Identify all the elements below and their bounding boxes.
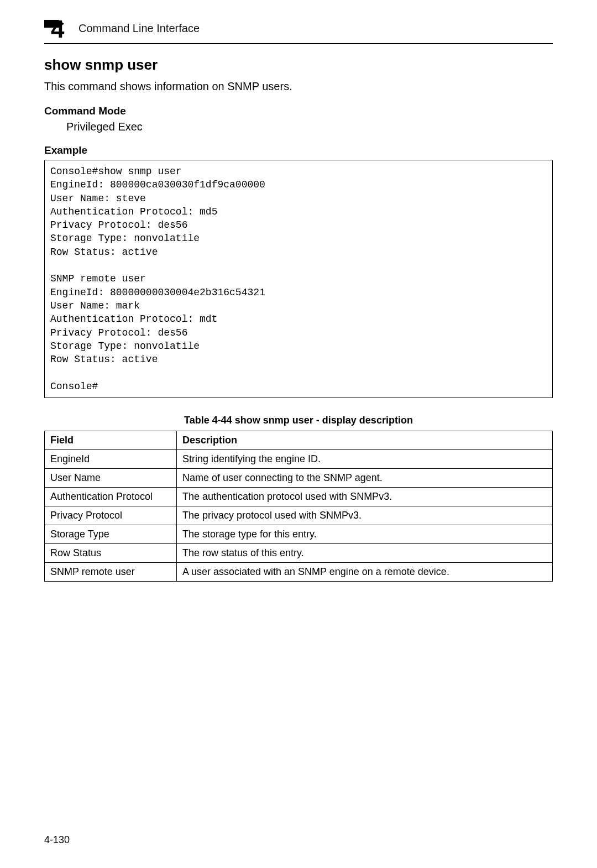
- display-description-table: Field Description EngineId String identi…: [44, 431, 553, 582]
- table-row: Authentication Protocol The authenticati…: [45, 488, 553, 506]
- table-header-row: Field Description: [45, 431, 553, 450]
- table-cell-field: Authentication Protocol: [45, 488, 177, 506]
- table-cell-description: String identifying the engine ID.: [176, 450, 552, 469]
- example-label: Example: [44, 144, 553, 156]
- table-header-description: Description: [176, 431, 552, 450]
- table-cell-description: The authentication protocol used with SN…: [176, 488, 552, 506]
- page-number: 4-130: [44, 834, 70, 846]
- table-cell-description: A user associated with an SNMP engine on…: [176, 563, 552, 582]
- command-mode-label: Command Mode: [44, 105, 553, 117]
- table-row: SNMP remote user A user associated with …: [45, 563, 553, 582]
- table-cell-field: Storage Type: [45, 525, 177, 544]
- header-rule: [44, 43, 553, 44]
- section-heading: show snmp user: [44, 56, 553, 74]
- table-cell-description: The storage type for this entry.: [176, 525, 552, 544]
- table-row: Privacy Protocol The privacy protocol us…: [45, 506, 553, 525]
- table-cell-field: Row Status: [45, 544, 177, 563]
- table-cell-description: The row status of this entry.: [176, 544, 552, 563]
- table-header-field: Field: [45, 431, 177, 450]
- table-cell-field: SNMP remote user: [45, 563, 177, 582]
- page-header-title: Command Line Interface: [78, 22, 200, 35]
- chapter-number: 4: [51, 15, 64, 43]
- table-row: User Name Name of user connecting to the…: [45, 469, 553, 488]
- table-row: EngineId String identifying the engine I…: [45, 450, 553, 469]
- table-row: Storage Type The storage type for this e…: [45, 525, 553, 544]
- page-header: 4 Command Line Interface: [33, 17, 564, 40]
- table-cell-description: Name of user connecting to the SNMP agen…: [176, 469, 552, 488]
- section-intro: This command shows information on SNMP u…: [44, 80, 553, 93]
- table-cell-field: User Name: [45, 469, 177, 488]
- table-cell-description: The privacy protocol used with SNMPv3.: [176, 506, 552, 525]
- chapter-number-icon: 4: [44, 17, 71, 40]
- table-cell-field: EngineId: [45, 450, 177, 469]
- table-row: Row Status The row status of this entry.: [45, 544, 553, 563]
- command-mode-value: Privileged Exec: [66, 121, 553, 133]
- table-caption: Table 4-44 show snmp user - display desc…: [44, 415, 553, 426]
- table-cell-field: Privacy Protocol: [45, 506, 177, 525]
- main-content: show snmp user This command shows inform…: [33, 56, 564, 582]
- example-code-block: Console#show snmp user EngineId: 800000c…: [44, 160, 553, 398]
